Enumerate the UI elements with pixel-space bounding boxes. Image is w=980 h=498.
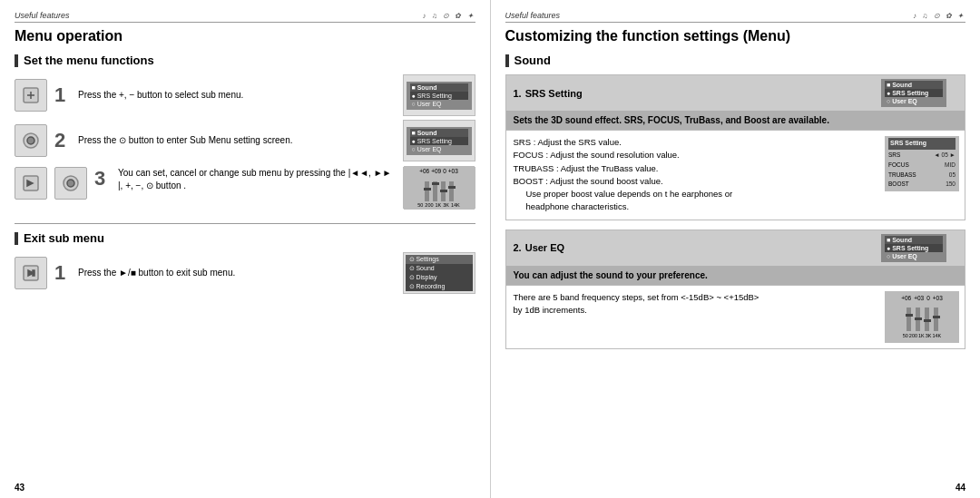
srs-highlight: Sets the 3D sound effect. SRS, FOCUS, Tr… bbox=[506, 111, 965, 131]
left-page-number: 43 bbox=[15, 483, 24, 493]
user-eq-header: 2. User EQ ■ Sound ● SRS Setting ○ User … bbox=[506, 230, 965, 266]
srs-image: SRS Setting SRS◄ 05 ► FOCUSMID TRUBASS05… bbox=[885, 136, 957, 214]
usereq-number: 2. bbox=[514, 242, 522, 253]
step-3-icon-bottom bbox=[54, 167, 87, 200]
exit-step-row: 1 Press the ►/■ button to exit sub menu.… bbox=[15, 252, 475, 294]
left-page: Useful features ♪ ♫ ⊙ ✿ ✦ Menu operation… bbox=[0, 0, 491, 498]
exit-step-content: Press the ►/■ button to exit sub menu. bbox=[78, 267, 396, 279]
right-page-header: Useful features ♪ ♫ ⊙ ✿ ✦ bbox=[505, 11, 966, 23]
usereq-image: +06+030+03 bbox=[885, 291, 957, 343]
srs-body: SRS : Adjust the SRS value. FOCUS : Adju… bbox=[506, 131, 965, 220]
srs-header: 1. SRS Setting ■ Sound ● SRS Setting ○ U… bbox=[506, 75, 965, 111]
right-page-title: Customizing the function settings (Menu) bbox=[505, 28, 966, 44]
step-row-3: 3 You can set, cancel or change sub menu… bbox=[15, 165, 475, 216]
right-page: Useful features ♪ ♫ ⊙ ✿ ✦ Customizing th… bbox=[491, 0, 981, 498]
exit-step-number: 1 bbox=[54, 261, 71, 285]
step-3-number: 3 bbox=[94, 167, 111, 190]
step-3-image: +06+090+03 bbox=[403, 167, 475, 209]
user-eq-subsection: 2. User EQ ■ Sound ● SRS Setting ○ User … bbox=[505, 229, 966, 349]
svg-rect-11 bbox=[33, 270, 34, 276]
svg-point-8 bbox=[67, 180, 74, 187]
usereq-body: There are 5 band frequency steps, set fr… bbox=[506, 286, 965, 348]
right-page-number: 44 bbox=[956, 483, 965, 493]
usereq-body-text: There are 5 band frequency steps, set fr… bbox=[514, 291, 878, 343]
step-1-image: ■ Sound ● SRS Setting ○ User EQ bbox=[403, 74, 475, 116]
left-page-title: Menu operation bbox=[15, 28, 475, 44]
step-1-content: Press the +, − button to select sub menu… bbox=[78, 89, 396, 102]
step-2-icon bbox=[15, 124, 47, 157]
left-header-text: Useful features bbox=[15, 11, 70, 20]
step-3-content: You can set, cancel or change sub menu b… bbox=[118, 167, 396, 192]
right-header-text: Useful features bbox=[505, 11, 561, 20]
usereq-title: User EQ bbox=[525, 242, 881, 253]
step-row-1: 1 Press the +, − button to select sub me… bbox=[15, 74, 475, 116]
steps-container: 1 Press the +, − button to select sub me… bbox=[15, 74, 475, 216]
srs-body-text: SRS : Adjust the SRS value. FOCUS : Adju… bbox=[514, 136, 878, 214]
step-2-image: ■ Sound ● SRS Setting ○ User EQ bbox=[403, 120, 475, 161]
exit-section-title: Exit sub menu bbox=[15, 231, 475, 245]
step-1-number: 1 bbox=[54, 83, 71, 107]
left-header-icons: ♪ ♫ ⊙ ✿ ✦ bbox=[423, 12, 475, 20]
srs-title: SRS Setting bbox=[525, 88, 881, 99]
srs-number: 1. bbox=[514, 88, 522, 99]
srs-setting-subsection: 1. SRS Setting ■ Sound ● SRS Setting ○ U… bbox=[505, 74, 966, 220]
step-2-content: Press the ⊙ button to enter Sub Menu set… bbox=[78, 134, 396, 147]
usereq-highlight: You can adjust the sound to your prefere… bbox=[506, 266, 965, 286]
step-1-icon bbox=[15, 79, 47, 112]
sound-section-title: Sound bbox=[505, 54, 966, 67]
svg-point-4 bbox=[27, 137, 34, 144]
step-row-2: 2 Press the ⊙ button to enter Sub Menu s… bbox=[15, 120, 475, 161]
left-page-header: Useful features ♪ ♫ ⊙ ✿ ✦ bbox=[15, 11, 475, 23]
exit-step-image: ⊙ Settings ⊙ Sound ⊙ Display ⊙ Recording bbox=[403, 252, 475, 294]
exit-step-icon bbox=[15, 257, 47, 289]
set-menu-section-title: Set the menu functions bbox=[15, 54, 475, 67]
right-header-icons: ♪ ♫ ⊙ ✿ ✦ bbox=[913, 12, 965, 20]
step-3-icon-top bbox=[15, 167, 47, 200]
step-2-number: 2 bbox=[54, 129, 71, 152]
